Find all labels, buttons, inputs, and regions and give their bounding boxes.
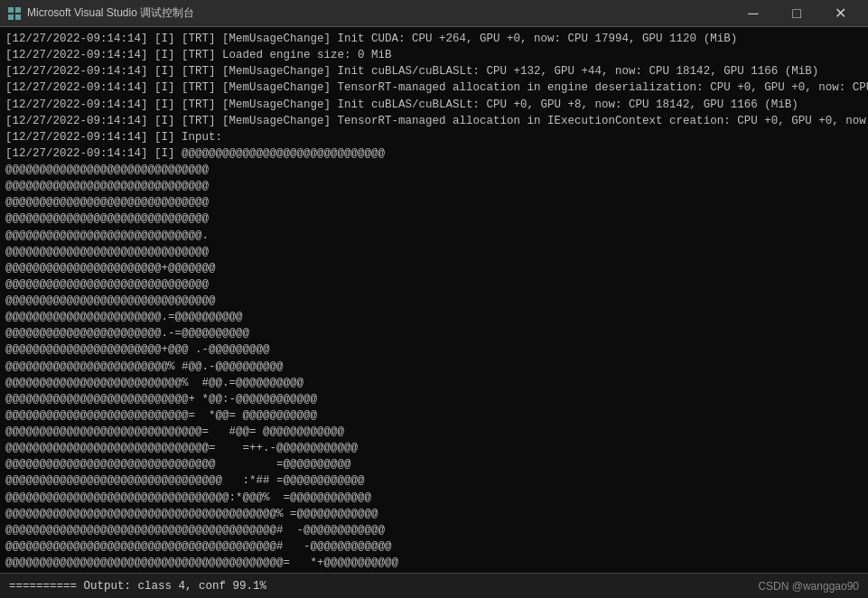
console-line: @@@@@@@@@@@@@@@@@@@@@@@@@@@@@@ <box>5 178 863 194</box>
console-line: @@@@@@@@@@@@@@@@@@@@@@@@@@@@@@ <box>5 276 863 293</box>
console-line: @@@@@@@@@@@@@@@@@@@@@@@@% #@@.-@@@@@@@@@… <box>5 359 863 375</box>
attribution: CSDN @wanggao90 <box>758 580 859 593</box>
console-line: @@@@@@@@@@@@@@@@@@@@@@@@@@% #@@.=@@@@@@@… <box>5 375 863 391</box>
svg-rect-0 <box>8 7 14 13</box>
close-button[interactable]: ✕ <box>819 0 861 27</box>
console-line: @@@@@@@@@@@@@@@@@@@@@@@@@@@@@@ <box>5 210 863 227</box>
console-line: @@@@@@@@@@@@@@@@@@@@@@@@@@@@@@ <box>5 244 863 260</box>
svg-rect-2 <box>8 14 14 20</box>
titlebar-left: Microsoft Visual Studio 调试控制台 <box>7 5 194 21</box>
console-line: @@@@@@@@@@@@@@@@@@@@@@@@@@@@@@ <box>5 162 863 178</box>
console-line: @@@@@@@@@@@@@@@@@@@@@@@@@@@@@@@@@@@@@@@@… <box>5 522 863 538</box>
console-line: [12/27/2022-09:14:14] [I] Input: <box>5 129 863 145</box>
svg-rect-1 <box>15 7 21 13</box>
console-line: @@@@@@@@@@@@@@@@@@@@@@@@@@@@@= #@@= @@@@… <box>5 424 863 440</box>
console-line: @@@@@@@@@@@@@@@@@@@@@@@@@@@@@@@@ :*## =@… <box>5 472 863 489</box>
console-line: @@@@@@@@@@@@@@@@@@@@@@@@@@@@@@@@@@@@@@@@… <box>5 538 863 555</box>
svg-rect-3 <box>15 14 21 20</box>
console-line: @@@@@@@@@@@@@@@@@@@@@@@+@@@@@@@ <box>5 260 863 276</box>
console-line: @@@@@@@@@@@@@@@@@@@@@@@@@@@@@@@@@@@@@@@@… <box>5 506 863 522</box>
console-line: [12/27/2022-09:14:14] [I] @@@@@@@@@@@@@@… <box>5 145 863 162</box>
console-line: @@@@@@@@@@@@@@@@@@@@@@@@@@@+ *@@:-@@@@@@… <box>5 391 863 407</box>
console-line: [12/27/2022-09:14:14] [I] [TRT] Loaded e… <box>5 47 863 63</box>
console-line: @@@@@@@@@@@@@@@@@@@@@@@@@@@= *@@= @@@@@@… <box>5 407 863 424</box>
minimize-button[interactable]: ─ <box>733 0 774 27</box>
console-line: [12/27/2022-09:14:14] [I] [TRT] [MemUsag… <box>5 113 863 129</box>
vs-icon <box>7 6 22 21</box>
console-line: @@@@@@@@@@@@@@@@@@@@@@@.-=@@@@@@@@@@ <box>5 325 863 341</box>
maximize-button[interactable]: □ <box>776 0 817 27</box>
console-line: @@@@@@@@@@@@@@@@@@@@@@@@@@@@@@@@@:*@@@% … <box>5 490 863 506</box>
console-output: [12/27/2022-09:14:14] [I] [TRT] [MemUsag… <box>0 27 868 573</box>
console-line: @@@@@@@@@@@@@@@@@@@@@@@@@@@@@@= =++.-@@@… <box>5 440 863 456</box>
titlebar: Microsoft Visual Studio 调试控制台 ─ □ ✕ <box>0 0 868 27</box>
console-line: [12/27/2022-09:14:14] [I] [TRT] [MemUsag… <box>5 63 863 79</box>
console-line: [12/27/2022-09:14:14] [I] [TRT] [MemUsag… <box>5 31 863 47</box>
console-line: @@@@@@@@@@@@@@@@@@@@@@@@@@@@@@@@@@@@@@@@… <box>5 555 863 571</box>
console-line: @@@@@@@@@@@@@@@@@@@@@@@+@@@ .-@@@@@@@@@ <box>5 341 863 358</box>
statusbar: ========== Output: class 4, conf 99.1% C… <box>0 573 868 598</box>
console-line: @@@@@@@@@@@@@@@@@@@@@@@.=@@@@@@@@@@ <box>5 309 863 325</box>
output-status: ========== Output: class 4, conf 99.1% <box>9 580 266 593</box>
titlebar-controls: ─ □ ✕ <box>733 0 861 27</box>
console-line: @@@@@@@@@@@@@@@@@@@@@@@@@@@@@. <box>5 228 863 244</box>
console-line: @@@@@@@@@@@@@@@@@@@@@@@@@@@@@@@ <box>5 293 863 309</box>
console-line: @@@@@@@@@@@@@@@@@@@@@@@@@@@@@@@ =@@@@@@@… <box>5 456 863 472</box>
console-line: [12/27/2022-09:14:14] [I] [TRT] [MemUsag… <box>5 97 863 113</box>
console-line: @@@@@@@@@@@@@@@@@@@@@@@@@@@@@@ <box>5 194 863 210</box>
console-line: [12/27/2022-09:14:14] [I] [TRT] [MemUsag… <box>5 79 863 96</box>
titlebar-title: Microsoft Visual Studio 调试控制台 <box>27 5 194 21</box>
